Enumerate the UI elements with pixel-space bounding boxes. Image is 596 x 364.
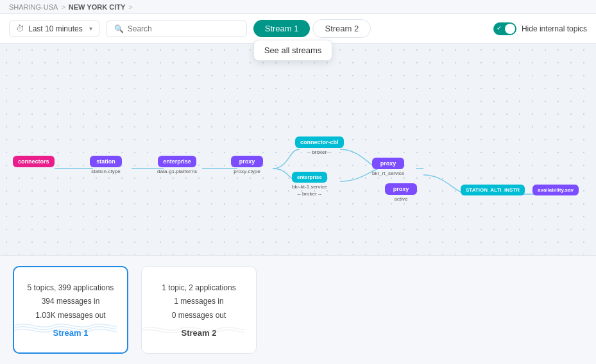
toggle-check-icon: ✓ bbox=[497, 24, 502, 31]
node-label-proxy1: proxy-ctype bbox=[234, 169, 260, 174]
node-proxy-bkr[interactable]: proxy bkr_rt_service bbox=[372, 158, 404, 176]
node-box-enterprise-bkr: enterprise bbox=[292, 172, 327, 183]
node-label-enterprise-bkr: bkr-kt-1.service bbox=[292, 184, 327, 190]
stream2-card[interactable]: 1 topic, 2 applications 1 messages in 0 … bbox=[141, 266, 257, 354]
card-deco-svg bbox=[14, 322, 117, 335]
node-proxy1[interactable]: proxy proxy-ctype bbox=[231, 156, 263, 174]
hide-internal-label: Hide internal topics bbox=[522, 24, 587, 33]
node-connectors[interactable]: connectors bbox=[13, 156, 55, 167]
search-input[interactable] bbox=[128, 24, 239, 33]
stream1-stat2: 394 messages in bbox=[42, 295, 100, 308]
search-icon: 🔍 bbox=[114, 24, 124, 33]
node-label-station: station-ctype bbox=[91, 169, 120, 174]
node-box-station-alti: STATION_ALTI_INSTR bbox=[461, 185, 525, 195]
node-label-connector-cbl: -- broker -- bbox=[307, 149, 332, 155]
node-box-enterprise1: enterprise bbox=[158, 156, 196, 167]
node-label-proxy-active: active bbox=[395, 196, 408, 202]
time-selector[interactable]: ⏱ Last 10 minutes ▾ bbox=[9, 20, 99, 37]
stream1-stat1: 5 topics, 399 applications bbox=[28, 282, 114, 294]
hide-internal-toggle[interactable]: ✓ Hide internal topics bbox=[493, 22, 587, 35]
stream2-stat3: 0 messages out bbox=[172, 310, 226, 322]
node-box-connector-cbl: connector-cbl bbox=[295, 136, 344, 148]
stream-buttons: Stream 1 Stream 2 See all streams bbox=[253, 19, 371, 38]
flow-canvas: connectors station station-ctype enterpr… bbox=[0, 44, 596, 255]
node-box-availability: availability.sav bbox=[532, 185, 579, 195]
breadcrumb-sep1: > bbox=[61, 3, 65, 11]
node-availability[interactable]: availability.sav bbox=[532, 185, 579, 195]
toggle-switch[interactable]: ✓ bbox=[493, 22, 516, 35]
breadcrumb-parent: SHARING-USA bbox=[9, 3, 58, 11]
toolbar: ⏱ Last 10 minutes ▾ 🔍 Stream 1 Stream 2 … bbox=[0, 14, 596, 44]
stream1-button[interactable]: Stream 1 bbox=[253, 20, 311, 37]
stream2-stat1: 1 topic, 2 applications bbox=[162, 282, 235, 294]
main-container: SHARING-USA > NEW YORK CITY > ⏱ Last 10 … bbox=[0, 0, 596, 364]
breadcrumb: SHARING-USA > NEW YORK CITY > bbox=[0, 0, 596, 14]
stream1-card[interactable]: 5 topics, 399 applications 394 messages … bbox=[13, 266, 128, 354]
stream2-stat2: 1 messages in bbox=[174, 295, 223, 308]
breadcrumb-current: NEW YORK CITY bbox=[69, 3, 125, 11]
node-proxy-active[interactable]: proxy active bbox=[385, 183, 417, 202]
node-station-alti[interactable]: STATION_ALTI_INSTR bbox=[461, 185, 525, 195]
search-box[interactable]: 🔍 bbox=[106, 21, 247, 37]
node-box-proxy-bkr: proxy bbox=[372, 158, 404, 169]
stream1-stat3: 1.03K messages out bbox=[35, 310, 105, 322]
see-all-streams-dropdown[interactable]: See all streams bbox=[253, 40, 333, 61]
node-label-enterprise1: data-g1.platforms bbox=[157, 169, 197, 174]
chevron-down-icon: ▾ bbox=[89, 25, 92, 32]
node-box-proxy-active: proxy bbox=[385, 183, 417, 195]
time-label: Last 10 minutes bbox=[28, 24, 83, 33]
node-box-proxy1: proxy bbox=[231, 156, 263, 167]
clock-icon: ⏱ bbox=[16, 24, 24, 33]
node-label-enterprise-bkr2: -- broker -- bbox=[297, 191, 321, 197]
node-box-connectors: connectors bbox=[13, 156, 55, 167]
cards-section: 5 topics, 399 applications 394 messages … bbox=[0, 255, 596, 364]
node-station[interactable]: station station-ctype bbox=[90, 156, 122, 174]
node-box-station: station bbox=[90, 156, 122, 167]
node-enterprise1[interactable]: enterprise data-g1.platforms bbox=[157, 156, 197, 174]
node-enterprise-bkr[interactable]: enterprise bkr-kt-1.service -- broker -- bbox=[292, 172, 327, 197]
stream2-button[interactable]: Stream 2 bbox=[312, 19, 371, 38]
node-label-proxy-bkr: bkr_rt_service bbox=[372, 170, 404, 176]
card2-deco-svg bbox=[142, 322, 244, 335]
breadcrumb-sep2: > bbox=[128, 3, 132, 11]
node-connector-cbl[interactable]: connector-cbl -- broker -- bbox=[295, 136, 344, 155]
